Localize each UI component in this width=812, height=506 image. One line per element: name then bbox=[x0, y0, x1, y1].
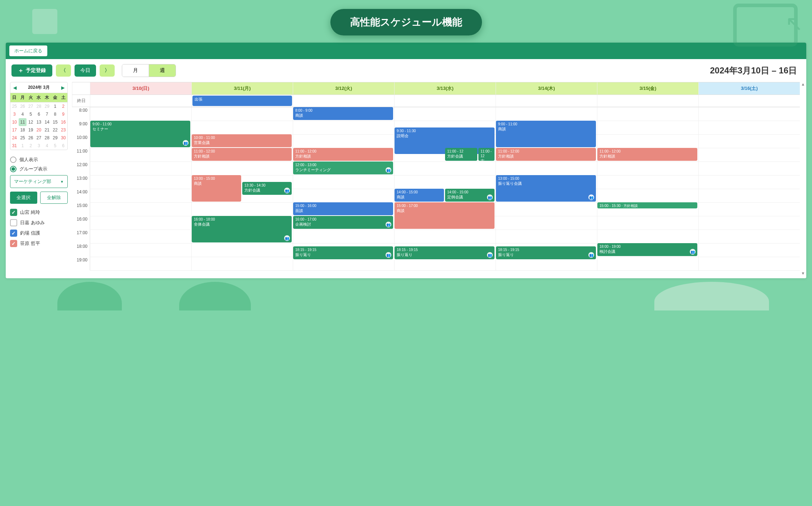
view-week-button[interactable]: 週 bbox=[149, 64, 176, 77]
calendar-event[interactable]: 15:00 - 16:00面談 bbox=[293, 202, 393, 215]
mini-day-cell[interactable]: 25 bbox=[19, 134, 27, 142]
register-event-button[interactable]: ＋ 予定登録 bbox=[11, 64, 52, 77]
calendar-event[interactable]: 13:00 - 15:00商談 bbox=[192, 175, 241, 202]
next-button[interactable]: 〉 bbox=[100, 64, 115, 77]
calendar-event[interactable]: 14:00 - 15:00定例会議👥 bbox=[445, 189, 495, 202]
calendar-event[interactable]: 11:00 - 12:00方針相談 bbox=[192, 148, 292, 161]
mini-day-cell[interactable]: 9 bbox=[59, 110, 67, 118]
mini-day-cell[interactable]: 25 bbox=[10, 102, 19, 110]
calendar-event[interactable]: 15:00 - 15:30 · 方針相談 bbox=[597, 202, 697, 208]
mini-day-cell[interactable]: 10 bbox=[10, 118, 19, 126]
mini-day-cell[interactable]: 6 bbox=[59, 142, 67, 150]
mini-day-cell[interactable]: 3 bbox=[35, 142, 43, 150]
mode-personal-radio[interactable]: 個人表示 bbox=[10, 156, 68, 163]
calendar-event[interactable]: 13:00 - 15:00振り返り会議👥 bbox=[496, 175, 596, 202]
mini-day-cell[interactable]: 28 bbox=[35, 102, 43, 110]
scroll-up-icon[interactable]: ▲ bbox=[801, 82, 806, 86]
mini-day-cell[interactable]: 31 bbox=[10, 142, 19, 150]
mini-day-cell[interactable]: 3 bbox=[10, 110, 19, 118]
day-column[interactable]: 11:00 - 12:00方針相談15:00 - 15:30 · 方針相談18:… bbox=[597, 107, 698, 270]
mini-day-cell[interactable]: 27 bbox=[35, 134, 43, 142]
mini-day-cell[interactable]: 5 bbox=[51, 142, 59, 150]
allday-cell[interactable] bbox=[597, 95, 698, 107]
mini-day-cell[interactable]: 15 bbox=[51, 118, 59, 126]
mini-day-cell[interactable]: 4 bbox=[19, 110, 27, 118]
calendar-event[interactable]: 18:15 - 19:15振り返り👥 bbox=[496, 246, 596, 259]
calendar-event[interactable]: 16:00 - 18:00全体会議👥 bbox=[192, 216, 292, 242]
calendar-event[interactable]: 13:30 - 14:30方針会議👥 bbox=[242, 182, 292, 195]
day-column[interactable]: 9:30 - 11:30説明会11:00 - 12方針会議11:00 - 12方… bbox=[394, 107, 496, 270]
calendar-event[interactable]: 11:00 - 12:00方針相談 bbox=[496, 148, 596, 161]
mini-day-cell[interactable]: 14 bbox=[43, 118, 51, 126]
mode-group-radio[interactable]: グループ表示 bbox=[10, 166, 68, 172]
day-column[interactable]: 9:00 - 11:00セミナー👥 bbox=[90, 107, 191, 270]
mini-day-cell[interactable]: 13 bbox=[35, 118, 43, 126]
mini-day-cell[interactable]: 28 bbox=[43, 134, 51, 142]
mini-day-cell[interactable]: 2 bbox=[59, 102, 67, 110]
calendar-event[interactable]: 9:00 - 11:00セミナー👥 bbox=[90, 121, 190, 147]
mini-day-cell[interactable]: 30 bbox=[59, 134, 67, 142]
allday-cell[interactable] bbox=[698, 95, 800, 107]
member-checkbox[interactable]: 日嘉 あゆみ bbox=[10, 219, 68, 226]
allday-cell[interactable]: 出張 bbox=[191, 95, 293, 107]
day-column[interactable]: 9:00 - 11:00商談11:00 - 12:00方針相談13:00 - 1… bbox=[496, 107, 597, 270]
mini-prev-button[interactable]: ◀ bbox=[13, 85, 16, 90]
mini-day-cell[interactable]: 29 bbox=[51, 134, 59, 142]
mini-day-cell[interactable]: 23 bbox=[59, 126, 67, 134]
prev-button[interactable]: 〈 bbox=[56, 64, 71, 77]
calendar-scroll-area[interactable]: 8:009:0010:0011:0012:0013:0014:0015:0016… bbox=[72, 107, 800, 275]
calendar-event[interactable]: 18:15 - 19:15振り返り👥 bbox=[395, 246, 495, 259]
scroll-down-icon[interactable]: ▼ bbox=[801, 271, 806, 275]
calendar-event[interactable]: 11:00 - 12方針会議 bbox=[445, 148, 477, 161]
mini-day-cell[interactable]: 7 bbox=[43, 110, 51, 118]
allday-cell[interactable] bbox=[496, 95, 597, 107]
deselect-all-button[interactable]: 全解除 bbox=[40, 192, 68, 204]
mini-day-cell[interactable]: 1 bbox=[51, 102, 59, 110]
day-column[interactable]: 8:00 - 9:00商談11:00 - 12:00方針相談12:00 - 13… bbox=[293, 107, 394, 270]
calendar-event[interactable]: 11:00 - 12:00方針相談 bbox=[597, 148, 697, 161]
mini-day-cell[interactable]: 21 bbox=[43, 126, 51, 134]
mini-day-cell[interactable]: 4 bbox=[43, 142, 51, 150]
calendar-event[interactable]: 15:00 - 17:00商談 bbox=[395, 202, 495, 229]
calendar-event[interactable]: 11:00 - 12:00方針相談 bbox=[293, 148, 393, 161]
mini-day-cell[interactable]: 20 bbox=[35, 126, 43, 134]
mini-day-cell[interactable]: 22 bbox=[51, 126, 59, 134]
day-column[interactable] bbox=[698, 107, 800, 270]
mini-day-cell[interactable]: 29 bbox=[43, 102, 51, 110]
member-checkbox[interactable]: ✓釣場 信護 bbox=[10, 230, 68, 237]
mini-day-cell[interactable]: 8 bbox=[51, 110, 59, 118]
mini-next-button[interactable]: ▶ bbox=[61, 85, 65, 90]
view-month-button[interactable]: 月 bbox=[122, 64, 149, 77]
mini-day-cell[interactable]: 26 bbox=[27, 134, 35, 142]
member-checkbox[interactable]: ✓笹原 哲平 bbox=[10, 240, 68, 247]
home-button[interactable]: ホームに戻る bbox=[9, 45, 47, 56]
allday-cell[interactable] bbox=[293, 95, 394, 107]
mini-day-cell[interactable]: 5 bbox=[27, 110, 35, 118]
member-checkbox[interactable]: ✓山宮 純玲 bbox=[10, 209, 68, 216]
calendar-event[interactable]: 11:00 - 12方… bbox=[478, 148, 495, 161]
mini-day-cell[interactable]: 1 bbox=[19, 142, 27, 150]
calendar-event[interactable]: 18:00 - 19:00検討会議👥 bbox=[597, 243, 697, 256]
mini-day-cell[interactable]: 2 bbox=[27, 142, 35, 150]
calendar-event[interactable]: 14:00 - 15:00商談 bbox=[395, 189, 444, 202]
calendar-event[interactable]: 18:15 - 19:15振り返り👥 bbox=[293, 246, 393, 259]
calendar-event[interactable]: 10:00 - 11:00営業会議 bbox=[192, 134, 292, 147]
group-select[interactable]: マーケティング部 ▼ bbox=[10, 175, 68, 188]
mini-day-cell[interactable]: 24 bbox=[10, 134, 19, 142]
select-all-button[interactable]: 全選択 bbox=[10, 192, 37, 204]
day-column[interactable]: 10:00 - 11:00営業会議11:00 - 12:00方針相談13:00 … bbox=[191, 107, 293, 270]
mini-day-cell[interactable]: 27 bbox=[27, 102, 35, 110]
calendar-event[interactable]: 12:00 - 13:00ランチミーティング👥 bbox=[293, 162, 393, 174]
today-button[interactable]: 今日 bbox=[75, 64, 96, 77]
allday-cell[interactable] bbox=[90, 95, 191, 107]
mini-day-cell[interactable]: 26 bbox=[19, 102, 27, 110]
mini-day-cell[interactable]: 17 bbox=[10, 126, 19, 134]
calendar-event[interactable]: 9:00 - 11:00商談 bbox=[496, 121, 596, 147]
allday-cell[interactable] bbox=[394, 95, 496, 107]
mini-day-cell[interactable]: 6 bbox=[35, 110, 43, 118]
calendar-event[interactable]: 8:00 - 9:00商談 bbox=[293, 107, 393, 120]
allday-event[interactable]: 出張 bbox=[192, 96, 292, 106]
mini-day-cell[interactable]: 16 bbox=[59, 118, 67, 126]
calendar-event[interactable]: 16:00 - 17:00企画検討👥 bbox=[293, 216, 393, 229]
mini-day-cell[interactable]: 11 bbox=[19, 118, 27, 126]
